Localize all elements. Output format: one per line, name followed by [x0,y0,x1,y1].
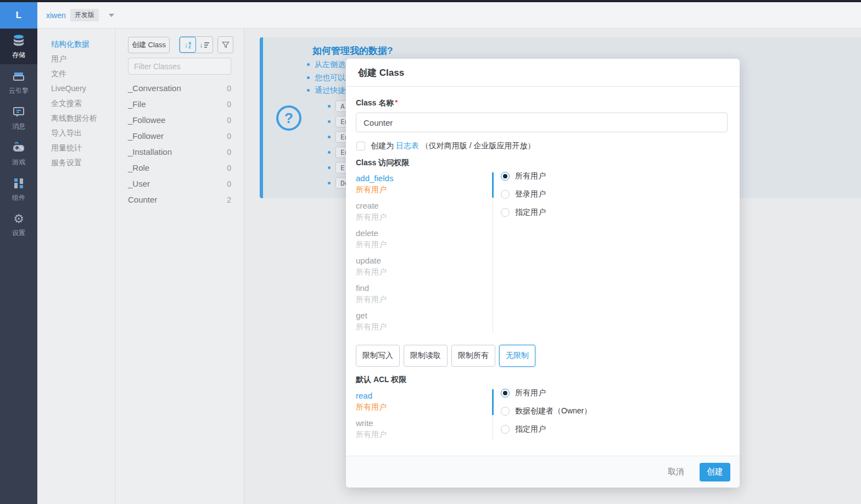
preset-no-restriction-button[interactable]: 无限制 [499,345,535,367]
funnel-icon [221,41,230,49]
create-button[interactable]: 创建 [700,463,730,481]
class-row-file[interactable]: _File 0 [128,96,231,112]
radio-icon[interactable] [501,190,510,199]
class-row-conversation[interactable]: _Conversation 0 [128,80,231,96]
menu-item-usage-stats[interactable]: 用量统计 [51,143,82,153]
required-asterisk: * [395,98,398,107]
gamepad-icon [12,141,26,155]
storage-menu: 结构化数据 用户 文件 LiveQuery 全文搜索 离线数据分析 导入导出 用… [37,29,115,504]
perm-item-delete[interactable]: delete 所有用户 [356,228,488,250]
permission-presets: 限制写入 限制读取 限制所有 无限制 [356,345,535,367]
sort-amount-icon: ↓ [199,41,209,48]
app-logo[interactable]: L [0,2,37,29]
perm-item-get[interactable]: get 所有用户 [356,310,488,332]
cancel-button[interactable]: 取消 [668,467,684,477]
menu-item-import-export[interactable]: 导入导出 [51,128,82,138]
acl-option-owner[interactable]: 数据创建者（Owner） [501,406,591,416]
class-row-installation[interactable]: _Installation 0 [128,144,231,160]
sidebar-item-engine[interactable]: 云引擎 [0,64,37,100]
sidebar-item-components[interactable]: 组件 [0,171,37,207]
perm-item-find[interactable]: find 所有用户 [356,283,488,305]
sidebar-item-storage[interactable]: 存储 [0,29,37,64]
menu-item-files[interactable]: 文件 [51,69,66,79]
class-permissions-label: Class 访问权限 [356,158,409,168]
acl-item-read[interactable]: read 所有用户 [356,390,488,412]
classes-panel: 创建 Class ↓AZ ↓ _Conversation 0 _File 0 _… [115,29,244,504]
sidebar-item-games[interactable]: 游戏 [0,136,37,171]
sort-amount-button[interactable]: ↓ [196,37,213,53]
modal-footer: 取消 创建 [346,456,740,488]
filter-button[interactable] [217,36,233,53]
radio-icon[interactable] [501,407,510,416]
components-icon [12,176,26,191]
perm-option-logged-in-users[interactable]: 登录用户 [501,189,546,199]
log-table-row: 创建为 日志表 （仅对商用版 / 企业版应用开放） [356,141,535,151]
class-name-input[interactable] [356,113,728,132]
app-switcher-caret-icon[interactable] [109,14,114,17]
question-mark-icon: ? [276,105,301,131]
menu-item-users[interactable]: 用户 [51,54,66,64]
preset-restrict-read-button[interactable]: 限制读取 [404,345,448,367]
primary-sidebar: 存储 云引擎 消息 游戏 [0,29,37,504]
class-row-followee[interactable]: _Followee 0 [128,112,231,128]
sort-alphabetical-icon: ↓AZ [185,41,192,49]
sidebar-item-settings[interactable]: ⚙ 设置 [0,207,37,243]
menu-item-structured-data[interactable]: 结构化数据 [51,40,90,49]
modal-title: 创建 Class [358,66,404,79]
message-icon [12,105,26,119]
radio-icon[interactable] [501,208,510,217]
radio-checked-icon[interactable] [501,172,510,181]
menu-item-livequery[interactable]: LiveQuery [51,84,86,93]
class-list: _Conversation 0 _File 0 _Followee 0 _Fol… [128,80,231,208]
class-row-follower[interactable]: _Follower 0 [128,128,231,144]
perm-option-all-users[interactable]: 所有用户 [501,171,546,181]
sort-alphabetical-button[interactable]: ↓AZ [180,37,196,53]
radio-icon[interactable] [501,425,510,434]
class-row-role[interactable]: _Role 0 [128,160,231,176]
preset-restrict-all-button[interactable]: 限制所有 [451,345,495,367]
default-acl-label: 默认 ACL 权限 [356,375,406,385]
acl-option-all-users[interactable]: 所有用户 [501,388,546,398]
menu-item-offline-analytics[interactable]: 离线数据分析 [51,114,97,124]
app-env-badge: 开发版 [70,9,99,21]
gear-icon: ⚙ [13,212,24,226]
sidebar-item-messages[interactable]: 消息 [0,100,37,136]
class-row-counter[interactable]: Counter 2 [128,192,231,208]
acl-option-specified-users[interactable]: 指定用户 [501,424,546,434]
acl-item-write[interactable]: write 所有用户 [356,418,488,440]
create-class-button[interactable]: 创建 Class [128,37,170,53]
menu-item-service-settings[interactable]: 服务设置 [51,158,82,168]
class-row-user[interactable]: _User 0 [128,176,231,192]
preset-restrict-write-button[interactable]: 限制写入 [356,345,400,367]
perm-item-update[interactable]: update 所有用户 [356,255,488,277]
perm-item-add-fields[interactable]: add_fields 所有用户 [356,173,488,195]
app-name-link[interactable]: xiwen [46,11,66,20]
cloud-engine-icon [12,69,26,83]
modal-header: 创建 Class [346,59,740,87]
radio-checked-icon[interactable] [501,389,510,397]
log-table-link[interactable]: 日志表 [396,141,419,151]
class-name-label: Class 名称* [356,98,398,108]
perm-item-create[interactable]: create 所有用户 [356,200,488,222]
filter-classes-input[interactable] [128,58,231,75]
database-icon [12,33,26,48]
menu-item-fulltext-search[interactable]: 全文搜索 [51,99,82,109]
top-header: xiwen 开发版 [37,2,861,29]
log-table-checkbox[interactable] [356,142,365,150]
permissions-divider-accent [492,172,494,198]
help-title: 如何管理我的数据? [312,44,393,57]
create-class-modal: 创建 Class Class 名称* 创建为 日志表 （仅对商用版 / 企业版应… [346,59,740,488]
perm-option-specified-users[interactable]: 指定用户 [501,208,546,217]
sort-button-group: ↓AZ ↓ [179,36,213,53]
acl-divider-accent [492,389,494,415]
